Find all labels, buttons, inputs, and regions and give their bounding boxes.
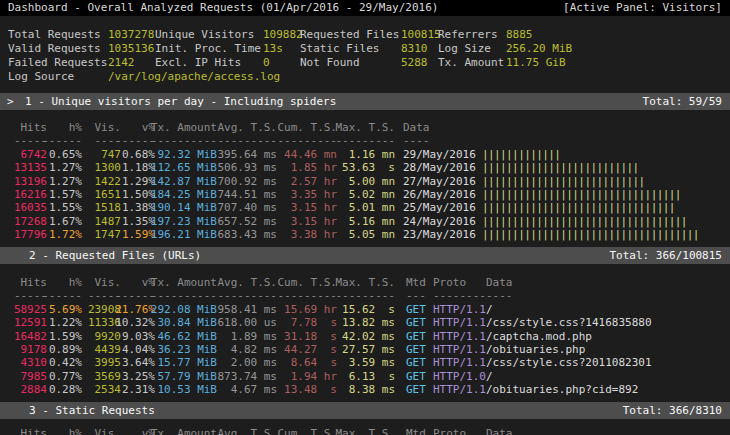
cell-data: /css/style.css?1416835880 [486, 316, 652, 329]
cell-mtd: GET [406, 343, 426, 356]
summary-row: Total Requests1037278Unique Visitors1098… [0, 28, 730, 41]
title-text: Dashboard - Overall Analyzed Requests (0… [8, 0, 438, 16]
summary-value: 1035136 [108, 42, 154, 55]
column-underline: --- [406, 289, 426, 302]
cell-data: 23/May/2016 [403, 228, 476, 241]
cell-proto: HTTP/1.1 [433, 330, 486, 343]
column-underline-row: ----------------------------------------… [0, 289, 730, 302]
hits-bar: |||||||||||||||||||||||||||||||| [482, 201, 675, 214]
column-header-row: Hitsh%Vis.v%Tx. AmountAvg. T.S.Cum. T.S.… [0, 427, 730, 435]
panel-total-count: Total: 366/8310 [623, 402, 722, 419]
cell-proto: HTTP/1.1 [433, 383, 486, 396]
summary-label: Log Size [438, 42, 491, 55]
panel-total-count: Total: 59/59 [643, 93, 722, 110]
summary-value: 8310 [401, 42, 428, 55]
summary-label: Init. Proc. Time [155, 42, 261, 55]
table-row[interactable]: 164821.59%99209.03%46.62 MiB1.89 ms31.18… [0, 330, 730, 343]
cell-mtd: GET [406, 303, 426, 316]
table-row[interactable]: 162161.57%16511.50%184.25 MiB744.51 ms3.… [0, 188, 730, 201]
summary-value: 109882 [263, 28, 303, 41]
cell-max: 5.00 mn [315, 175, 395, 188]
summary-value: 100815 [401, 28, 441, 41]
column-underline: -------- [433, 289, 486, 302]
column-underline: ---- [486, 289, 513, 302]
cell-proto: HTTP/1.1 [433, 343, 486, 356]
table-row[interactable]: 28840.28%25342.31%10.53 MiB4.67 ms13.48 … [0, 383, 730, 396]
cell-max: 5.02 mn [315, 188, 395, 201]
column-underline: --------- [315, 289, 395, 302]
panel-header-requested-files[interactable]: 2 - Requested Files (URLs) Total: 366/10… [0, 247, 730, 264]
column-header-row: Hitsh%Vis.v%Tx. AmountAvg. T.S.Cum. T.S.… [0, 276, 730, 289]
summary-label: Valid Requests [8, 42, 101, 55]
column-underline-row: ----------------------------------------… [0, 134, 730, 147]
hits-bar: |||||||||||||||||||||||||||||||||| [482, 215, 687, 228]
cell-max: 27.57 ms [315, 343, 395, 356]
hits-bar: |||||||||||||||||||||||||| [482, 161, 639, 174]
column-header-mtd: Mtd [406, 276, 426, 289]
summary-value: 1037278 [108, 28, 154, 41]
table-row[interactable]: 177961.72%17471.59%196.21 MiB683.43 ms3.… [0, 228, 730, 241]
table-row[interactable]: 589255.69%2390821.76%292.08 MiB958.41 ms… [0, 303, 730, 316]
table-row[interactable]: 67420.65%7470.68%92.32 MiB395.64 ms44.46… [0, 148, 730, 161]
cell-mtd: GET [406, 330, 426, 343]
summary-label: Failed Requests [8, 56, 107, 69]
hits-bar: ||||||||||||||||||||||||||||||||| [482, 188, 681, 201]
cell-mtd: GET [406, 356, 426, 369]
cell-data: /obituaries.php?cid=892 [486, 383, 638, 396]
cell-data: /css/style.css?2011082301 [486, 356, 652, 369]
summary-label: Not Found [300, 56, 360, 69]
cell-max: 15.62 s [315, 303, 395, 316]
hits-bar: ||||||||||||||||||||||||||| [482, 175, 645, 188]
table-row[interactable]: 131961.27%14221.29%142.87 MiB700.92 ms2.… [0, 175, 730, 188]
panel-title: 2 - Requested Files (URLs) [29, 247, 201, 264]
summary-label: Unique Visitors [155, 28, 254, 41]
cell-data: 24/May/2016 [403, 215, 476, 228]
cell-max: 5.16 mn [315, 215, 395, 228]
cell-max: 13.82 ms [315, 316, 395, 329]
column-header-max: Max. T.S. [315, 427, 395, 435]
column-header-proto: Proto [433, 427, 466, 435]
cell-mtd: GET [406, 316, 426, 329]
cell-proto: HTTP/1.0 [433, 370, 486, 383]
table-row[interactable]: 125911.22%1133610.32%30.84 MiB618.00 us7… [0, 316, 730, 329]
summary-row: Valid Requests1035136Init. Proc. Time13s… [0, 42, 730, 55]
cell-proto: HTTP/1.1 [433, 356, 486, 369]
table-row[interactable]: 91780.89%44394.04%36.23 MiB4.82 ms44.27 … [0, 343, 730, 356]
active-panel-indicator: [Active Panel: Visitors] [563, 0, 722, 16]
table-row[interactable]: 172681.67%14871.35%197.23 MiB657.52 ms3.… [0, 215, 730, 228]
table-row[interactable]: 131351.27%13001.18%112.65 MiB506.93 ms1.… [0, 161, 730, 174]
summary-label: Referrers [438, 28, 498, 41]
summary-label: Tx. Amount [438, 56, 504, 69]
title-bar: Dashboard - Overall Analyzed Requests (0… [0, 0, 730, 16]
cell-max: 3.59 ms [315, 356, 395, 369]
summary-value: 8885 [506, 28, 533, 41]
table-row[interactable]: 43100.42%39953.64%15.77 MiB2.00 ms8.64 s… [0, 356, 730, 369]
cell-max: 8.38 ms [315, 383, 395, 396]
panel-header-unique-visitors[interactable]: > 1 - Unique visitors per day - Includin… [0, 93, 730, 110]
table-row[interactable]: 79850.77%35693.25%57.79 MiB873.74 ms1.94… [0, 370, 730, 383]
summary-label: Log Source [8, 70, 74, 83]
column-header-max: Max. T.S. [315, 276, 395, 289]
cell-max: 5.01 mn [315, 201, 395, 214]
cell-proto: HTTP/1.1 [433, 303, 486, 316]
cell-max: 6.13 s [315, 370, 395, 383]
table-row[interactable]: 160351.55%15181.38%190.14 MiB707.40 ms3.… [0, 201, 730, 214]
summary-label: Static Files [300, 42, 379, 55]
panel-header-static-requests[interactable]: 3 - Static Requests Total: 366/8310 [0, 402, 730, 419]
column-underline: --------- [315, 134, 395, 147]
column-header-proto: Proto [433, 276, 466, 289]
column-header-max: Max. T.S. [315, 121, 395, 134]
cell-data: / [486, 303, 493, 316]
summary-value: /var/log/apache/access.log [108, 70, 280, 83]
column-header-mtd: Mtd [406, 427, 426, 435]
active-panel-marker-icon: > [7, 93, 14, 110]
cell-proto: HTTP/1.1 [433, 316, 486, 329]
panel-title: 1 - Unique visitors per day - Including … [25, 93, 336, 110]
column-header-row: Hitsh%Vis.v%Tx. AmountAvg. T.S.Cum. T.S.… [0, 121, 730, 134]
summary-row: Failed Requests2142Excl. IP Hits0Not Fou… [0, 56, 730, 69]
column-header-data: Data [403, 121, 430, 134]
column-header-data: Data [486, 427, 513, 435]
cell-data: / [486, 370, 493, 383]
summary-row: Log Source/var/log/apache/access.log [0, 70, 730, 83]
cell-data: /obituaries.php [486, 343, 585, 356]
